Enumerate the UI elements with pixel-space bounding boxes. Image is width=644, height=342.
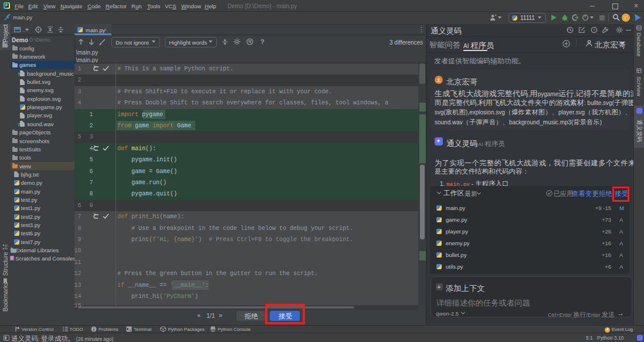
svg-text:?: ? — [593, 28, 595, 32]
